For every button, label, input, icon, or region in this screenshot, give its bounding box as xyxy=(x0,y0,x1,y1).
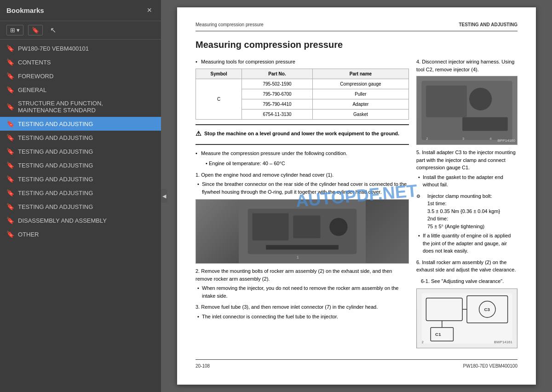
step5-note2: If a little quantity of engine oil is ap… xyxy=(416,232,518,255)
table-cell-partno: 795-790-4410 xyxy=(242,99,313,109)
tools-intro: Measuring tools for compression pressure xyxy=(196,58,409,66)
torque-1st: 1st time: 3.5 ± 0.35 Nm {0.36 ± 0.04 kgm… xyxy=(427,200,500,215)
bookmark-icon: 🔖 xyxy=(32,27,39,34)
engine-temp-label: • xyxy=(206,161,209,166)
page-header: Measuring compression pressure TESTING A… xyxy=(196,21,518,31)
sidebar: Bookmarks × ⊞ ▾ 🔖 ↖ 🔖 PW180-7E0 VEBM4001… xyxy=(0,0,161,392)
bookmark-icon-other: 🔖 xyxy=(6,231,14,238)
warning-icon: ⚠ xyxy=(196,129,201,138)
sidebar-item-testing1[interactable]: 🔖 TESTING AND ADJUSTING xyxy=(0,117,161,131)
sidebar-item-pw180[interactable]: 🔖 PW180-7E0 VEBM400101 xyxy=(0,41,161,55)
bookmark-icon-foreword: 🔖 xyxy=(6,72,14,80)
sidebar-item-label: DISASSEMBLY AND ASSEMBLY xyxy=(18,217,107,224)
table-cell-symbol: C xyxy=(196,79,242,119)
sidebar-item-testing4[interactable]: 🔖 TESTING AND ADJUSTING xyxy=(0,158,161,172)
sidebar-item-other[interactable]: 🔖 OTHER xyxy=(0,227,161,241)
torque-note: ⚙ Injector clamp mounting bolt: 1st time… xyxy=(416,192,518,231)
close-button[interactable]: × xyxy=(144,5,155,16)
svg-rect-5 xyxy=(266,245,339,250)
sidebar-item-general[interactable]: 🔖 GENERAL xyxy=(0,83,161,97)
bookmark-icon-testing1: 🔖 xyxy=(6,120,14,127)
sidebar-header: Bookmarks × xyxy=(0,0,161,21)
step1: 1. Open the engine hood and remove cylin… xyxy=(196,171,409,196)
warning-title: ⚠ Stop the machine on a level ground and… xyxy=(196,129,409,138)
step3: 3. Remove fuel tube (3), and then remove… xyxy=(196,303,409,320)
sidebar-item-foreword[interactable]: 🔖 FOREWORD xyxy=(0,69,161,83)
sidebar-item-label: TESTING AND ADJUSTING xyxy=(18,134,93,141)
bookmark-icon-contents: 🔖 xyxy=(6,58,14,66)
header-right: TESTING AND ADJUSTING xyxy=(459,21,518,28)
step5-note: Install the gasket to the adapter end wi… xyxy=(416,173,518,189)
step1-image: 1 xyxy=(196,199,409,264)
warning-text: Stop the machine on a level ground and l… xyxy=(204,130,399,138)
bookmark-icon-structure: 🔖 xyxy=(6,103,14,110)
view-button[interactable]: ⊞ ▾ xyxy=(6,25,23,35)
bookmark-icon-testing2: 🔖 xyxy=(6,134,14,141)
dropdown-icon: ▾ xyxy=(17,27,20,34)
sidebar-collapse-button[interactable]: ◀ xyxy=(161,189,167,203)
svg-text:C3: C3 xyxy=(484,307,490,312)
torque-title: Injector clamp mounting bolt: xyxy=(427,192,500,200)
sidebar-toolbar: ⊞ ▾ 🔖 ↖ xyxy=(0,21,161,40)
table-cell-partname: Gasket xyxy=(312,109,408,119)
svg-text:2: 2 xyxy=(426,137,428,141)
right-column: 4. Disconnect injector wiring harness. U… xyxy=(416,58,518,352)
sidebar-item-label: GENERAL xyxy=(18,86,46,93)
sidebar-item-label: TESTING AND ADJUSTING xyxy=(18,176,93,183)
sidebar-item-testing2[interactable]: 🔖 TESTING AND ADJUSTING xyxy=(0,131,161,144)
step6: 6. Install rocker arm assembly (2) on th… xyxy=(416,259,518,274)
svg-text:C1: C1 xyxy=(435,332,441,337)
torque-icon: ⚙ xyxy=(416,193,425,200)
tools-table: Symbol Part No. Part name C 795-502-1590… xyxy=(196,69,409,120)
sidebar-item-label: STRUCTURE AND FUNCTION,MAINTENANCE STAND… xyxy=(18,100,103,114)
step6-sub: 6-1. See "Adjusting valve clearance". xyxy=(416,277,518,285)
sidebar-item-testing5[interactable]: 🔖 TESTING AND ADJUSTING xyxy=(0,172,161,186)
bookmark-icon-testing7: 🔖 xyxy=(6,203,14,210)
warning-box: ⚠ Stop the machine on a level ground and… xyxy=(196,124,409,145)
sidebar-item-label: TESTING AND ADJUSTING xyxy=(18,162,93,169)
svg-point-10 xyxy=(469,88,492,110)
sidebar-item-label: CONTENTS xyxy=(18,59,51,66)
engine-temp: • Engine oil temperature: 40 – 60°C xyxy=(196,160,409,167)
sidebar-item-disassembly[interactable]: 🔖 DISASSEMBLY AND ASSEMBLY xyxy=(0,213,161,227)
table-cell-partno: 795-502-1590 xyxy=(242,79,313,89)
svg-text:3: 3 xyxy=(462,137,465,141)
sidebar-title: Bookmarks xyxy=(6,6,44,14)
step2-note: When removing the injector, you do not n… xyxy=(196,284,409,300)
svg-point-4 xyxy=(329,218,347,236)
bookmark-icon-testing4: 🔖 xyxy=(6,161,14,169)
cursor-icon: ↖ xyxy=(50,26,56,35)
left-column: Measuring tools for compression pressure… xyxy=(196,58,409,352)
image1-caption: BPP14160 xyxy=(498,138,515,144)
table-cell-partname: Puller xyxy=(312,89,408,99)
footer-right: PW180-7E0 VEBM400100 xyxy=(463,363,518,369)
bookmark-icon-testing6: 🔖 xyxy=(6,189,14,196)
table-header-partno: Part No. xyxy=(242,69,313,79)
bookmark-icon-testing5: 🔖 xyxy=(6,175,14,183)
two-column-layout: Measuring tools for compression pressure… xyxy=(196,58,518,352)
sidebar-item-testing6[interactable]: 🔖 TESTING AND ADJUSTING xyxy=(0,186,161,200)
sidebar-item-label: FOREWORD xyxy=(18,73,53,80)
table-cell-partno: 795-790-6700 xyxy=(242,89,313,99)
sidebar-item-label: PW180-7E0 VEBM400101 xyxy=(18,45,89,52)
table-cell-partname: Adapter xyxy=(312,99,408,109)
svg-rect-9 xyxy=(426,86,467,117)
sidebar-item-testing7[interactable]: 🔖 TESTING AND ADJUSTING xyxy=(0,200,161,213)
sidebar-item-label: TESTING AND ADJUSTING xyxy=(18,148,93,155)
view-icon: ⊞ xyxy=(10,27,15,34)
bookmark-icon-disassembly: 🔖 xyxy=(6,217,14,224)
footer-left: 20-108 xyxy=(196,363,210,369)
svg-rect-2 xyxy=(253,213,289,241)
measure-intro: Measure the compression pressure under t… xyxy=(196,150,409,157)
step4: 4. Disconnect injector wiring harness. U… xyxy=(416,58,518,73)
svg-text:2: 2 xyxy=(422,340,424,344)
table-cell-partno: 6754-11-3130 xyxy=(242,109,313,119)
step5: 5. Install adapter C3 to the injector mo… xyxy=(416,149,518,189)
sidebar-item-testing3[interactable]: 🔖 TESTING AND ADJUSTING xyxy=(0,144,161,158)
main-content: AUTOPDF.NET Measuring compression pressu… xyxy=(161,0,552,392)
sidebar-item-contents[interactable]: 🔖 CONTENTS xyxy=(0,55,161,69)
sidebar-item-structure[interactable]: 🔖 STRUCTURE AND FUNCTION,MAINTENANCE STA… xyxy=(0,97,161,117)
step3-note: The inlet connector is connecting the fu… xyxy=(196,313,409,321)
svg-rect-3 xyxy=(293,216,320,238)
bookmark-button[interactable]: 🔖 xyxy=(28,25,43,35)
